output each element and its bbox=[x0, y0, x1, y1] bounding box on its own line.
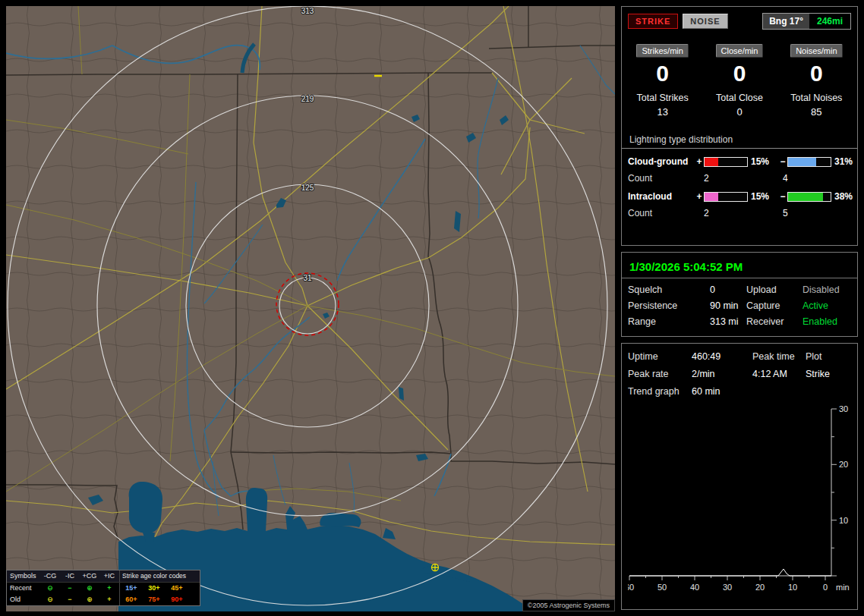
noises-per-min-value: 0 bbox=[782, 61, 851, 86]
age-90: 90+ bbox=[166, 594, 188, 605]
squelch-value: 0 bbox=[710, 284, 746, 295]
status-grid: Squelch 0 Upload Disabled Persistence 90… bbox=[628, 284, 851, 327]
cloud-ground-label: Cloud-ground bbox=[628, 156, 695, 167]
ic-neg-symbol: − bbox=[60, 583, 80, 594]
x-label-10: 10 bbox=[788, 583, 797, 592]
noise-indicator-button[interactable]: NOISE bbox=[683, 14, 727, 29]
cg-pos-symbol: ⊕ bbox=[80, 583, 99, 594]
distribution-title: Lightning type distribution bbox=[628, 134, 851, 145]
ic-neg-symbol: − bbox=[60, 594, 80, 605]
total-strikes-value: 13 bbox=[628, 106, 697, 118]
legend-recent-symbols: ⊖ − ⊕ + bbox=[40, 583, 119, 594]
total-close-label: Total Close bbox=[705, 93, 774, 103]
legend-old-label: Old bbox=[7, 594, 40, 605]
x-label-30: 30 bbox=[723, 583, 732, 592]
legend-col-ic-neg: -IC bbox=[60, 570, 80, 582]
ic-plus-count: 2 bbox=[704, 208, 774, 220]
cg-plus-pct: 15% bbox=[748, 156, 778, 167]
plot-value: Strike bbox=[806, 369, 851, 379]
plus-sign: + bbox=[695, 156, 704, 167]
strike-indicator-button[interactable]: STRIKE bbox=[628, 14, 678, 29]
y-ticks bbox=[831, 409, 837, 576]
squelch-label: Squelch bbox=[628, 284, 710, 295]
age-75: 75+ bbox=[143, 594, 166, 605]
copyright-notice: ©2005 Astrogenic Systems bbox=[522, 599, 615, 611]
counters-section: STRIKE NOISE Bng 17° 246mi Strikes/min C… bbox=[621, 6, 858, 246]
legend-symbols-label: Symbols bbox=[7, 570, 40, 582]
peak-rate-value: 2/min bbox=[692, 369, 752, 379]
persistence-value: 90 min bbox=[710, 300, 746, 311]
ic-minus-count: 5 bbox=[783, 208, 853, 220]
cg-minus-pct: 31% bbox=[831, 156, 862, 167]
x-label-40: 40 bbox=[690, 583, 699, 592]
receiver-label: Receiver bbox=[746, 316, 803, 327]
trend-line bbox=[629, 569, 831, 576]
x-ticks bbox=[629, 576, 825, 580]
trend-graph-value: 60 min bbox=[692, 386, 752, 397]
close-per-min-button[interactable]: Close/min bbox=[716, 44, 764, 58]
legend-col-cg-neg: -CG bbox=[40, 570, 60, 582]
x-label-50: 50 bbox=[657, 583, 667, 592]
capture-value: Active bbox=[803, 300, 851, 311]
y-label-20: 20 bbox=[839, 460, 848, 469]
divider bbox=[622, 148, 857, 149]
cg-minus-count: 4 bbox=[783, 173, 853, 185]
app-window: 313 219 125 31 Symbols -CG -IC +CG bbox=[0, 0, 864, 616]
x-label-60: 60 bbox=[628, 583, 634, 592]
strikes-per-min-value: 0 bbox=[628, 61, 697, 86]
legend-col-cg-pos: +CG bbox=[80, 570, 99, 582]
total-noises-value: 85 bbox=[782, 106, 851, 118]
total-strikes-label: Total Strikes bbox=[628, 93, 697, 103]
bearing-readout: Bng 17° 246mi bbox=[762, 13, 851, 30]
map-canvas[interactable]: 313 219 125 31 bbox=[6, 6, 615, 611]
x-unit-label: min bbox=[836, 583, 850, 592]
bearing-value: Bng 17° bbox=[763, 14, 809, 29]
cg-pos-symbol: ⊕ bbox=[80, 594, 99, 605]
count-label: Count bbox=[628, 173, 695, 185]
receiver-value: Enabled bbox=[803, 316, 851, 327]
cg-minus-bar-fill bbox=[788, 158, 816, 166]
cloud-ground-count-row: Count 2 4 bbox=[628, 173, 851, 185]
legend-header-row: Symbols -CG -IC +CG +IC Strike age color… bbox=[7, 570, 200, 583]
capture-label: Capture bbox=[746, 300, 803, 311]
counter-grid: Strikes/min Close/min Noises/min 0 0 0 T… bbox=[628, 43, 851, 118]
peak-rate-label: Peak rate bbox=[628, 369, 692, 379]
total-close-value: 0 bbox=[705, 106, 774, 118]
cg-neg-symbol: ⊖ bbox=[40, 583, 60, 594]
indicator-row: STRIKE NOISE Bng 17° 246mi bbox=[628, 13, 851, 30]
persistence-label: Persistence bbox=[628, 300, 710, 311]
total-noises-label: Total Noises bbox=[782, 93, 851, 103]
strikes-per-min-button[interactable]: Strikes/min bbox=[636, 44, 688, 58]
legend-recent-label: Recent bbox=[7, 583, 40, 594]
distance-value: 246mi bbox=[809, 14, 850, 29]
legend-recent-row: Recent ⊖ − ⊕ + 15+ 30+ 45+ bbox=[7, 583, 200, 594]
close-per-min-value: 0 bbox=[705, 61, 774, 86]
intracloud-row: Intracloud + 15% − 38% bbox=[628, 190, 851, 203]
legend-old-row: Old ⊖ − ⊕ + 60+ 75+ 90+ bbox=[7, 594, 200, 605]
ring-label-31: 31 bbox=[303, 274, 312, 282]
ic-pos-symbol: + bbox=[99, 594, 119, 605]
noises-per-min-button[interactable]: Noises/min bbox=[790, 44, 842, 58]
ic-plus-bar-fill bbox=[705, 193, 718, 201]
ring-label-219: 219 bbox=[301, 95, 314, 103]
divider bbox=[622, 278, 857, 278]
age-45: 45+ bbox=[166, 583, 188, 594]
current-timestamp: 1/30/2026 5:04:52 PM bbox=[628, 259, 851, 276]
cloud-ground-row: Cloud-ground + 15% − 31% bbox=[628, 155, 851, 168]
ic-minus-bar bbox=[787, 192, 831, 202]
status-section: 1/30/2026 5:04:52 PM Squelch 0 Upload Di… bbox=[621, 252, 858, 337]
y-label-30: 30 bbox=[839, 404, 848, 413]
y-label-10: 10 bbox=[839, 516, 848, 525]
cg-plus-bar bbox=[704, 157, 748, 167]
map-legend: Symbols -CG -IC +CG +IC Strike age color… bbox=[6, 570, 200, 606]
trend-graph: 30 20 10 60 50 40 30 20 10 0 min bbox=[628, 404, 851, 603]
plot-label: Plot bbox=[806, 351, 851, 362]
uptime-value: 460:49 bbox=[692, 351, 752, 362]
upload-value: Disabled bbox=[803, 284, 851, 295]
age-30: 30+ bbox=[143, 583, 166, 594]
upload-label: Upload bbox=[746, 284, 803, 295]
stats-grid: Uptime 460:49 Peak time Plot Peak rate 2… bbox=[628, 351, 851, 397]
age-60: 60+ bbox=[120, 594, 143, 605]
plus-sign: + bbox=[695, 191, 704, 202]
legend-age-title: Strike age color codes bbox=[120, 570, 186, 582]
